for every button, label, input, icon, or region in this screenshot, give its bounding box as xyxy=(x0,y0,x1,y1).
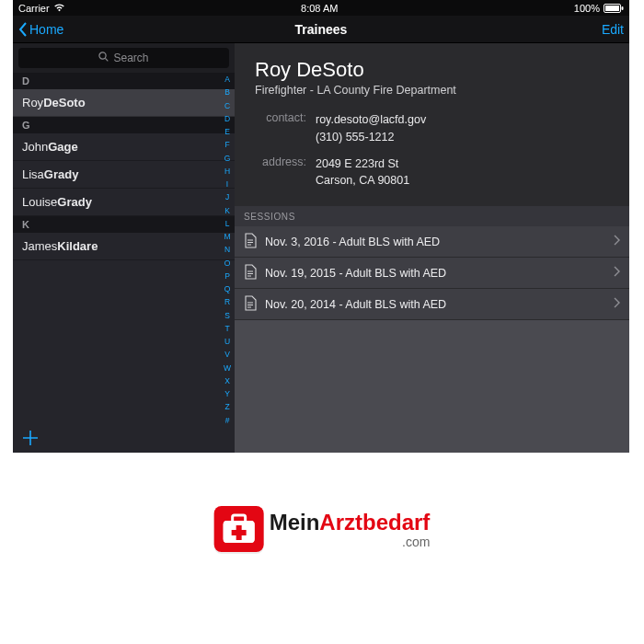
search-input[interactable]: Search xyxy=(18,48,229,68)
page-title: Trainees xyxy=(295,22,348,37)
index-letter[interactable]: Q xyxy=(224,283,231,295)
nav-bar: Home Trainees Edit xyxy=(13,16,629,43)
chevron-right-icon xyxy=(614,297,620,311)
add-button[interactable] xyxy=(13,422,235,453)
index-letter[interactable]: C xyxy=(224,100,230,112)
list-item[interactable]: James Kildare xyxy=(13,233,235,260)
index-letter[interactable]: W xyxy=(224,362,231,374)
trainee-role: Firefighter - LA County Fire Department xyxy=(255,84,609,97)
svg-point-3 xyxy=(99,52,106,59)
index-letter[interactable]: F xyxy=(224,139,229,151)
session-row[interactable]: Nov. 3, 2016 - Adult BLS with AED xyxy=(235,226,629,258)
detail-pane: Roy DeSoto Firefighter - LA County Fire … xyxy=(235,43,629,453)
sessions-header: SESSIONS xyxy=(235,206,629,226)
svg-line-4 xyxy=(106,58,109,61)
search-placeholder: Search xyxy=(113,52,148,64)
list-item[interactable]: Louise Grady xyxy=(13,189,235,216)
session-row[interactable]: Nov. 20, 2014 - Adult BLS with AED xyxy=(235,289,629,320)
index-letter[interactable]: I xyxy=(226,178,228,190)
index-letter[interactable]: L xyxy=(225,218,230,230)
clock-label: 8:08 AM xyxy=(301,3,338,14)
index-letter[interactable]: R xyxy=(224,296,230,308)
split-content: Search DRoy DeSotoGJohn GageLisa GradyLo… xyxy=(13,43,629,453)
svg-rect-2 xyxy=(622,6,624,10)
search-wrap: Search xyxy=(13,43,235,73)
section-header: D xyxy=(13,73,235,89)
section-header: G xyxy=(13,117,235,133)
back-button[interactable]: Home xyxy=(18,22,63,37)
carrier-label: Carrier xyxy=(18,3,50,14)
session-label: Nov. 3, 2016 - Adult BLS with AED xyxy=(265,236,440,248)
session-label: Nov. 19, 2015 - Adult BLS with AED xyxy=(265,267,446,280)
status-bar: Carrier 8:08 AM 100% xyxy=(13,0,629,16)
document-icon xyxy=(244,233,257,251)
plus-icon xyxy=(21,429,40,447)
list-item[interactable]: Roy DeSoto xyxy=(13,89,235,117)
index-letter[interactable]: D xyxy=(224,113,230,125)
address-row: address: 2049 E 223rd St Carson, CA 9080… xyxy=(255,155,609,190)
index-letter[interactable]: O xyxy=(224,258,231,270)
address-line2: Carson, CA 90801 xyxy=(316,172,409,190)
index-letter[interactable]: J xyxy=(225,191,229,203)
battery-percent: 100% xyxy=(574,3,600,14)
search-icon xyxy=(98,52,109,64)
index-letter[interactable]: U xyxy=(224,336,230,348)
first-aid-kit-icon xyxy=(214,506,264,552)
trainee-name: Roy DeSoto xyxy=(255,58,609,82)
index-letter[interactable]: K xyxy=(224,205,230,217)
vendor-tld: .com xyxy=(270,535,431,549)
index-letter[interactable]: Z xyxy=(224,401,229,413)
sessions-list: Nov. 3, 2016 - Adult BLS with AEDNov. 19… xyxy=(235,226,629,320)
document-icon xyxy=(244,295,257,314)
contact-phone: (310) 555-1212 xyxy=(316,129,426,146)
index-letter[interactable]: B xyxy=(224,86,230,98)
contact-email: roy.desoto@lacfd.gov xyxy=(316,111,426,129)
index-letter[interactable]: H xyxy=(224,166,230,178)
index-letter[interactable]: T xyxy=(224,323,229,335)
section-header: K xyxy=(13,216,235,233)
index-letter[interactable]: V xyxy=(224,349,230,361)
index-letter[interactable]: S xyxy=(224,310,230,322)
vendor-name: MeinArztbedarf xyxy=(270,510,431,535)
contact-label: contact: xyxy=(255,111,306,146)
product-image-frame: Carrier 8:08 AM 100% Home Trainees xyxy=(0,0,644,644)
session-label: Nov. 20, 2014 - Adult BLS with AED xyxy=(265,298,446,311)
empty-area xyxy=(235,320,629,453)
index-letter[interactable]: G xyxy=(224,153,231,165)
battery-icon xyxy=(604,4,624,13)
list-item[interactable]: Lisa Grady xyxy=(13,161,235,189)
chevron-right-icon xyxy=(614,266,620,280)
document-icon xyxy=(244,264,257,282)
edit-button[interactable]: Edit xyxy=(602,22,624,37)
tablet-screenshot: Carrier 8:08 AM 100% Home Trainees xyxy=(13,0,629,453)
alpha-index-bar[interactable]: ABCDEFGHIJKLMNOPQRSTUVWXYZ# xyxy=(222,74,233,427)
index-letter[interactable]: Y xyxy=(224,388,230,400)
index-letter[interactable]: M xyxy=(224,231,230,243)
index-letter[interactable]: P xyxy=(224,270,230,282)
address-label: address: xyxy=(255,155,306,190)
trainee-list-sidebar: Search DRoy DeSotoGJohn GageLisa GradyLo… xyxy=(13,43,235,453)
chevron-right-icon xyxy=(614,235,620,248)
address-line1: 2049 E 223rd St xyxy=(316,155,409,173)
trainee-list[interactable]: DRoy DeSotoGJohn GageLisa GradyLouise Gr… xyxy=(13,73,235,260)
detail-header: Roy DeSoto Firefighter - LA County Fire … xyxy=(235,43,629,206)
index-letter[interactable]: # xyxy=(225,415,230,427)
vendor-logo: MeinArztbedarf .com xyxy=(214,506,431,552)
back-label: Home xyxy=(29,22,63,37)
svg-rect-1 xyxy=(605,6,619,11)
index-letter[interactable]: N xyxy=(224,244,230,256)
index-letter[interactable]: E xyxy=(224,126,230,138)
wifi-icon xyxy=(53,4,65,12)
index-letter[interactable]: X xyxy=(224,375,230,387)
session-row[interactable]: Nov. 19, 2015 - Adult BLS with AED xyxy=(235,258,629,289)
index-letter[interactable]: A xyxy=(224,74,230,86)
list-item[interactable]: John Gage xyxy=(13,133,235,161)
chevron-left-icon xyxy=(18,22,28,37)
contact-row: contact: roy.desoto@lacfd.gov (310) 555-… xyxy=(255,111,609,146)
